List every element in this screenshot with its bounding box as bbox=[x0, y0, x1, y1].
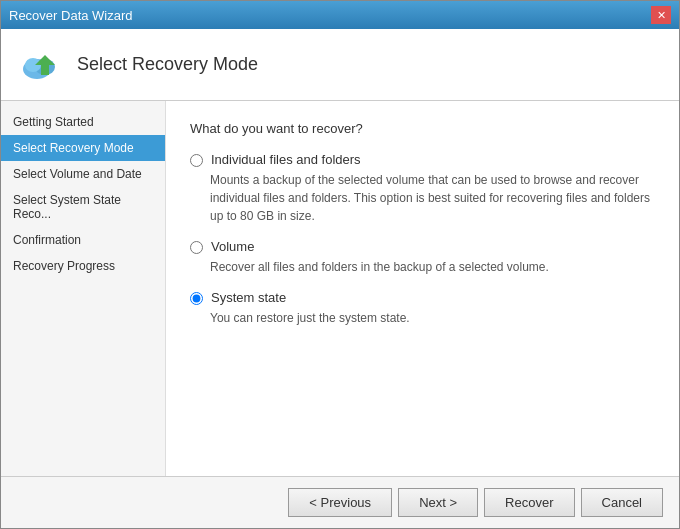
main-panel: What do you want to recover? Individual … bbox=[166, 101, 679, 476]
sidebar-item-confirmation[interactable]: Confirmation bbox=[1, 227, 165, 253]
options-container: Individual files and foldersMounts a bac… bbox=[190, 152, 655, 327]
option-desc-volume: Recover all files and folders in the bac… bbox=[210, 258, 655, 276]
main-question: What do you want to recover? bbox=[190, 121, 655, 136]
option-desc-system-state: You can restore just the system state. bbox=[210, 309, 655, 327]
window-title: Recover Data Wizard bbox=[9, 8, 133, 23]
sidebar-item-getting-started[interactable]: Getting Started bbox=[1, 109, 165, 135]
option-group-system-state: System stateYou can restore just the sys… bbox=[190, 290, 655, 327]
close-button[interactable]: ✕ bbox=[651, 6, 671, 24]
option-group-individual-files: Individual files and foldersMounts a bac… bbox=[190, 152, 655, 225]
wizard-window: Recover Data Wizard ✕ Select Recovery Mo… bbox=[0, 0, 680, 529]
sidebar-item-select-recovery-mode[interactable]: Select Recovery Mode bbox=[1, 135, 165, 161]
sidebar-item-select-system-state-reco[interactable]: Select System State Reco... bbox=[1, 187, 165, 227]
recover-button[interactable]: Recover bbox=[484, 488, 574, 517]
sidebar-item-select-volume-and-date[interactable]: Select Volume and Date bbox=[1, 161, 165, 187]
title-bar: Recover Data Wizard ✕ bbox=[1, 1, 679, 29]
radio-individual-files[interactable] bbox=[190, 154, 203, 167]
content-area: Getting StartedSelect Recovery ModeSelec… bbox=[1, 101, 679, 476]
option-label-individual-files: Individual files and folders bbox=[211, 152, 361, 167]
sidebar: Getting StartedSelect Recovery ModeSelec… bbox=[1, 101, 166, 476]
wizard-icon bbox=[17, 41, 65, 89]
page-title: Select Recovery Mode bbox=[77, 54, 258, 75]
sidebar-item-recovery-progress[interactable]: Recovery Progress bbox=[1, 253, 165, 279]
option-row-individual-files: Individual files and folders bbox=[190, 152, 655, 167]
radio-volume[interactable] bbox=[190, 241, 203, 254]
cancel-button[interactable]: Cancel bbox=[581, 488, 663, 517]
option-label-volume: Volume bbox=[211, 239, 254, 254]
footer: < Previous Next > Recover Cancel bbox=[1, 476, 679, 528]
option-row-volume: Volume bbox=[190, 239, 655, 254]
option-group-volume: VolumeRecover all files and folders in t… bbox=[190, 239, 655, 276]
wizard-header: Select Recovery Mode bbox=[1, 29, 679, 101]
option-label-system-state: System state bbox=[211, 290, 286, 305]
option-row-system-state: System state bbox=[190, 290, 655, 305]
option-desc-individual-files: Mounts a backup of the selected volume t… bbox=[210, 171, 655, 225]
radio-system-state[interactable] bbox=[190, 292, 203, 305]
previous-button[interactable]: < Previous bbox=[288, 488, 392, 517]
next-button[interactable]: Next > bbox=[398, 488, 478, 517]
